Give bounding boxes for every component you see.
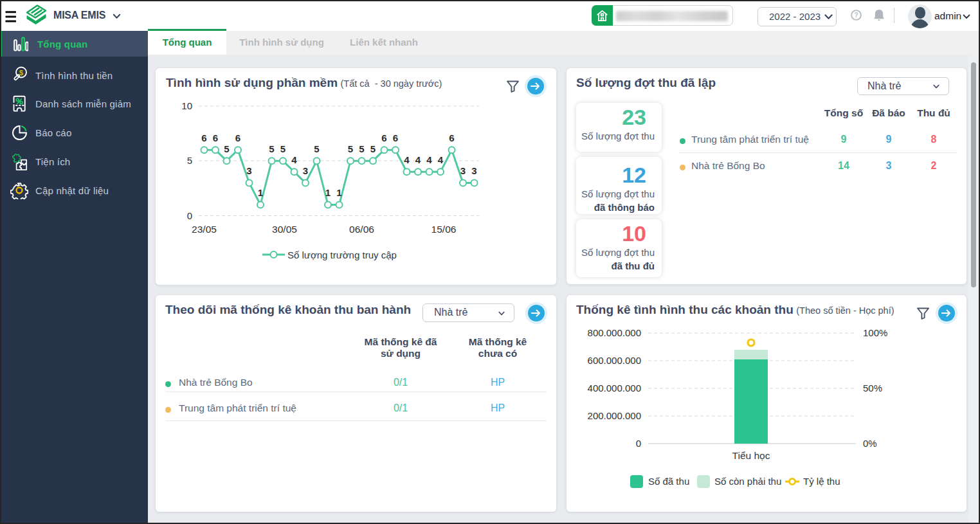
svg-text:6: 6 <box>381 132 386 143</box>
svg-text:5: 5 <box>314 143 319 154</box>
svg-text:1: 1 <box>258 187 263 198</box>
svg-text:400.000.000: 400.000.000 <box>588 383 641 393</box>
svg-text:200.000.000: 200.000.000 <box>588 410 641 421</box>
svg-text:30/05: 30/05 <box>272 224 297 235</box>
svg-text:3: 3 <box>471 165 476 176</box>
svg-text:6: 6 <box>235 132 240 143</box>
svg-text:Tiểu học: Tiểu học <box>732 450 770 461</box>
svg-text:4: 4 <box>404 154 410 165</box>
svg-text:5: 5 <box>359 143 364 154</box>
svg-text:3: 3 <box>303 165 308 176</box>
svg-text:Tỷ lệ thu: Tỷ lệ thu <box>803 476 840 487</box>
svg-text:800.000.000: 800.000.000 <box>588 327 641 338</box>
svg-text:5: 5 <box>187 155 192 166</box>
svg-text:0: 0 <box>636 438 641 449</box>
svg-text:100%: 100% <box>863 327 887 338</box>
svg-text:3: 3 <box>246 165 251 176</box>
svg-text:$: $ <box>19 69 24 77</box>
svg-text:4: 4 <box>291 154 297 165</box>
svg-text:5: 5 <box>348 143 353 154</box>
svg-text:600.000.000: 600.000.000 <box>588 355 641 366</box>
svg-text:Số còn phải thu: Số còn phải thu <box>714 476 781 487</box>
svg-text:15/06: 15/06 <box>431 224 457 235</box>
svg-text:6: 6 <box>213 132 218 143</box>
svg-text:4: 4 <box>438 154 444 165</box>
svg-text:5: 5 <box>280 143 286 154</box>
svg-text:Số lượng trường truy cập: Số lượng trường truy cập <box>287 249 397 260</box>
svg-text:50%: 50% <box>863 383 882 393</box>
svg-text:23/05: 23/05 <box>192 224 217 235</box>
svg-text:4: 4 <box>415 154 421 165</box>
svg-text:3: 3 <box>460 165 466 176</box>
svg-text:4: 4 <box>426 154 432 165</box>
svg-text:0%: 0% <box>863 438 877 449</box>
svg-text:0: 0 <box>187 210 192 221</box>
svg-text:1: 1 <box>325 187 331 198</box>
svg-text:10: 10 <box>181 100 192 111</box>
svg-text:06/06: 06/06 <box>349 224 374 235</box>
svg-text:5: 5 <box>269 143 274 154</box>
svg-text:5: 5 <box>370 143 376 154</box>
svg-text:6: 6 <box>201 132 206 143</box>
svg-text:6: 6 <box>393 132 398 143</box>
svg-text:5: 5 <box>224 143 229 154</box>
svg-text:Số đã thu: Số đã thu <box>648 476 689 487</box>
svg-text:6: 6 <box>449 132 454 143</box>
svg-text:1: 1 <box>336 187 341 198</box>
svg-text:?: ? <box>854 12 858 19</box>
